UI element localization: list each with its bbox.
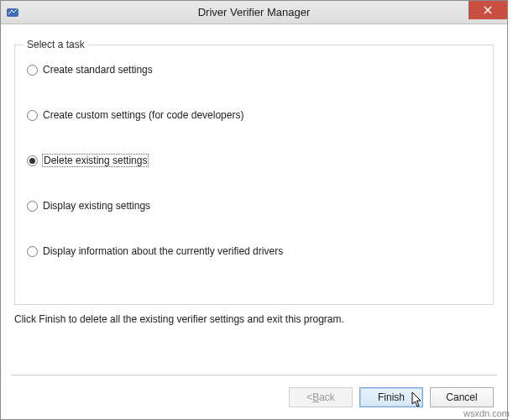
separator-line <box>11 375 497 375</box>
radio-label: Display existing settings <box>43 200 150 212</box>
back-button: < Back <box>289 387 353 407</box>
close-icon <box>484 6 492 14</box>
finish-button[interactable]: Finish <box>359 387 423 407</box>
radio-icon <box>27 155 38 166</box>
app-icon <box>6 6 19 19</box>
radio-label: Display information about the currently … <box>43 245 283 257</box>
radio-create-custom[interactable]: Create custom settings (for code develop… <box>27 109 481 121</box>
client-area: Select a task Create standard settings C… <box>1 24 507 325</box>
groupbox-label: Select a task <box>24 39 88 50</box>
cancel-label: Cancel <box>446 391 477 403</box>
button-row: < Back Finish Cancel <box>289 387 494 407</box>
radio-icon <box>27 201 38 212</box>
radio-label: Delete existing settings <box>43 155 148 166</box>
back-rest: ack <box>319 391 335 403</box>
finish-label: Finish <box>378 391 405 403</box>
radio-display-info[interactable]: Display information about the currently … <box>27 245 481 257</box>
radio-label: Create custom settings (for code develop… <box>43 109 243 121</box>
radio-icon <box>27 246 38 257</box>
titlebar: Driver Verifier Manager <box>1 1 507 24</box>
watermark: wsxdn.com <box>463 408 510 418</box>
radio-icon <box>27 110 38 121</box>
task-groupbox: Select a task Create standard settings C… <box>14 45 494 305</box>
close-button[interactable] <box>469 1 507 19</box>
radio-create-standard[interactable]: Create standard settings <box>27 64 481 76</box>
radio-label: Create standard settings <box>43 64 153 76</box>
instruction-text: Click Finish to delete all the existing … <box>14 313 494 325</box>
radio-delete-existing[interactable]: Delete existing settings <box>27 155 481 166</box>
window-title: Driver Verifier Manager <box>1 6 507 18</box>
radio-icon <box>27 65 38 76</box>
back-prefix: < <box>306 391 312 403</box>
radio-display-existing[interactable]: Display existing settings <box>27 200 481 212</box>
back-underline: B <box>312 391 319 403</box>
window-frame: Driver Verifier Manager Select a task Cr… <box>0 0 508 420</box>
cancel-button[interactable]: Cancel <box>430 387 494 407</box>
